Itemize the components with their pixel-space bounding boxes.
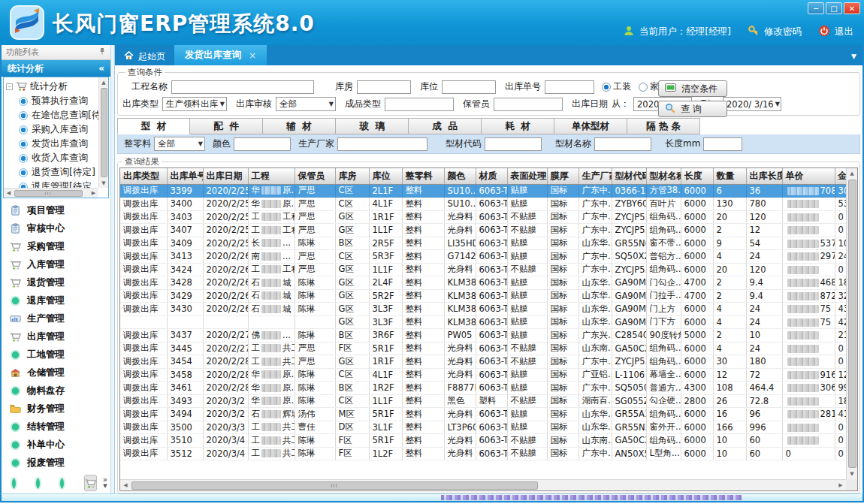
green-dot-icon[interactable]: [60, 478, 64, 488]
sidebar-item-退货管理[interactable]: 退货管理: [2, 273, 110, 291]
minimize-button[interactable]: ─: [808, 2, 824, 14]
audit-select[interactable]: 全部: [276, 97, 336, 111]
pin-icon[interactable]: [98, 47, 106, 57]
tree-item[interactable]: 发货出库查询: [6, 137, 98, 151]
material-tab[interactable]: 成 品: [409, 118, 482, 134]
column-header[interactable]: 长度: [681, 168, 713, 184]
column-header[interactable]: 出库长度: [746, 168, 782, 184]
sidebar-item-审核中心[interactable]: 审核中心: [2, 219, 110, 237]
tab-list-caret-icon[interactable]: [851, 53, 856, 60]
search-button[interactable]: 查 询: [658, 101, 727, 117]
table-row[interactable]: 调拨出库34372020/2/27佛...陈琳B区3R6F整料PW056063-…: [120, 329, 846, 343]
column-header[interactable]: 出库日期: [203, 168, 248, 184]
sidebar-item-出库管理[interactable]: 出库管理: [2, 327, 110, 346]
column-header[interactable]: 数量: [713, 168, 746, 184]
table-row[interactable]: G区3L3F整料KLM38176063-T5贴膜国标山东华...GA90M09.…: [120, 315, 846, 329]
table-row[interactable]: 调拨出库34452020/2/27工共工程严思F区5R1F整料光身料6063-T…: [120, 342, 846, 355]
table-row[interactable]: 调拨出库34092020/2/25长...陈琳B区2R5F整料LI35HD606…: [120, 237, 846, 250]
tree-horizontal-scrollbar[interactable]: ◀▶: [4, 188, 98, 198]
tab-close-icon[interactable]: ×: [249, 50, 256, 61]
tree-item[interactable]: 收货入库查询: [6, 151, 98, 165]
table-row[interactable]: 调拨出库34132020/2/26南...严思C区5R3F整料G71422606…: [120, 250, 846, 264]
column-header[interactable]: 生产厂家: [579, 168, 612, 184]
column-header[interactable]: 保管员: [295, 168, 335, 184]
material-tab[interactable]: 配 件: [190, 118, 263, 134]
tree-item[interactable]: 预算执行查询: [6, 94, 98, 108]
tab-outbound-query[interactable]: 发货出库查询 ×: [174, 45, 267, 65]
column-header[interactable]: 表面处理: [507, 168, 547, 184]
table-row[interactable]: 调拨出库34932020/3/2华原...陈琳C区1L1F整料黑色塑料不贴膜国标…: [120, 394, 846, 408]
product-type-input[interactable]: [385, 98, 454, 111]
keeper-input[interactable]: [494, 98, 563, 111]
date-to-select[interactable]: 2020/ 3/16: [723, 97, 781, 111]
warehouse-input[interactable]: [357, 80, 411, 94]
sidebar-item-生产管理[interactable]: 生产管理: [2, 309, 110, 327]
column-header[interactable]: 膜厚: [547, 168, 579, 184]
green-dot-icon[interactable]: [12, 478, 16, 488]
clear-conditions-button[interactable]: 清空条件: [658, 80, 727, 97]
profile-code-input[interactable]: [485, 137, 542, 151]
close-button[interactable]: ✕: [844, 2, 860, 14]
maker-input[interactable]: [337, 137, 427, 151]
table-row[interactable]: 调拨出库34282020/2/26石城陈琳G区2L4F整料KLM38176063…: [120, 276, 846, 290]
table-row[interactable]: 调拨出库34542020/2/28工共工程严思G区1R1F整料光身料6063-T…: [120, 355, 846, 369]
sidebar-item-入库管理[interactable]: 入库管理: [2, 255, 110, 273]
color-input[interactable]: [234, 137, 291, 151]
sidebar-item-工地管理[interactable]: 工地管理: [2, 346, 110, 364]
tree-item[interactable]: 退库管理[待定: [6, 180, 98, 188]
table-row[interactable]: 调拨出库35122020/3/4工共工程陈琳F区1L2F整料光身料6063-T5…: [120, 447, 846, 460]
column-header[interactable]: 型材代码: [612, 168, 646, 184]
radio-gongzhuang[interactable]: [602, 83, 611, 92]
length-input[interactable]: [703, 137, 742, 151]
project-name-input[interactable]: [171, 80, 314, 94]
table-row[interactable]: 调拨出库34612020/2/28华原...陈琳B区1R2F整料F8877FT6…: [120, 382, 846, 395]
tab-home[interactable]: 起始页: [115, 47, 174, 65]
table-row[interactable]: 调拨出库34032020/2/25工工程严思G区1R1F整料光身料6063-T5…: [120, 210, 846, 224]
order-no-input[interactable]: [545, 80, 594, 94]
green-dot-icon[interactable]: [36, 478, 40, 488]
table-row[interactable]: 调拨出库35102020/3/4工共工程陈琳F区5R1F整料光身料6063-T5…: [120, 434, 846, 448]
overflow-chevron[interactable]: »▼: [103, 477, 107, 489]
tree-vertical-scrollbar[interactable]: ▲▼: [98, 77, 108, 188]
table-row[interactable]: 调拨出库34292020/2/26石城陈琳G区5R2F整料KLM38176063…: [120, 289, 846, 303]
material-tab[interactable]: 隔 热 条: [627, 118, 700, 134]
table-row[interactable]: 调拨出库34072020/2/25工工程严思G区1L1F整料光身料6063-T5…: [120, 224, 846, 237]
sidebar-item-采购管理[interactable]: 采购管理: [2, 237, 110, 255]
sidebar-item-项目管理[interactable]: 项目管理: [2, 201, 110, 219]
sidebar-item-财务管理[interactable]: 财务管理: [2, 400, 110, 418]
column-header[interactable]: 颜色: [444, 168, 476, 184]
column-header[interactable]: 库位: [369, 168, 402, 184]
sidebar-item-补单中心[interactable]: 补单中心: [2, 436, 110, 454]
table-row[interactable]: 调拨出库34582020/2/28华原...陈琳C区4L1F整料光身料6063-…: [120, 368, 846, 382]
tree-item[interactable]: 采购入库查询: [6, 122, 98, 137]
collapse-icon[interactable]: «: [98, 63, 104, 74]
column-header[interactable]: 出库类型: [120, 168, 167, 184]
maximize-button[interactable]: □: [826, 2, 842, 14]
sidebar-item-结转管理[interactable]: 结转管理: [2, 418, 110, 436]
column-header[interactable]: 型材名称: [646, 168, 681, 184]
sidebar-item-报废管理[interactable]: 报废管理: [2, 454, 110, 472]
column-header[interactable]: 单价: [782, 168, 835, 184]
location-input[interactable]: [442, 80, 496, 94]
whole-piece-select[interactable]: 全部: [154, 137, 205, 151]
material-tab[interactable]: 玻 璃: [336, 118, 409, 134]
tree-item[interactable]: 在途信息查询[待: [6, 108, 98, 122]
tree-root-statistics[interactable]: 统计分析: [6, 80, 98, 94]
material-tab[interactable]: 辅 材: [263, 118, 336, 134]
radio-jiazhuang[interactable]: [639, 83, 648, 92]
cart-button[interactable]: [84, 475, 97, 491]
material-tab[interactable]: 耗 材: [482, 118, 554, 134]
table-row[interactable]: 调拨出库34242020/2/26工工程严思G区1L1F整料光身料6063-T5…: [120, 263, 846, 276]
table-horizontal-scrollbar[interactable]: ◀▶: [120, 479, 846, 490]
table-row[interactable]: 调拨出库33992020/2/25华原...严思C区2L1F整料SU10...6…: [120, 184, 846, 198]
column-header[interactable]: 出库单号: [167, 168, 203, 184]
column-header[interactable]: 金额: [835, 168, 846, 184]
outbound-type-select[interactable]: 生产领料出库: [162, 97, 227, 111]
table-row[interactable]: 调拨出库34302020/2/26石城陈琳G区3L3F整料KLM38176063…: [120, 303, 846, 316]
sidebar-item-仓储管理[interactable]: 仓储管理: [2, 364, 110, 382]
change-password-link[interactable]: 修改密码: [764, 26, 802, 38]
table-vertical-scrollbar[interactable]: ▲▼: [846, 168, 857, 479]
radio-gongzhuang-label[interactable]: 工装: [613, 80, 631, 93]
table-row[interactable]: 调拨出库35002020/3/3工共工程曹佳D区3L1F整料LT3P606063…: [120, 421, 846, 434]
sidebar-item-退库管理[interactable]: 退库管理: [2, 291, 110, 309]
